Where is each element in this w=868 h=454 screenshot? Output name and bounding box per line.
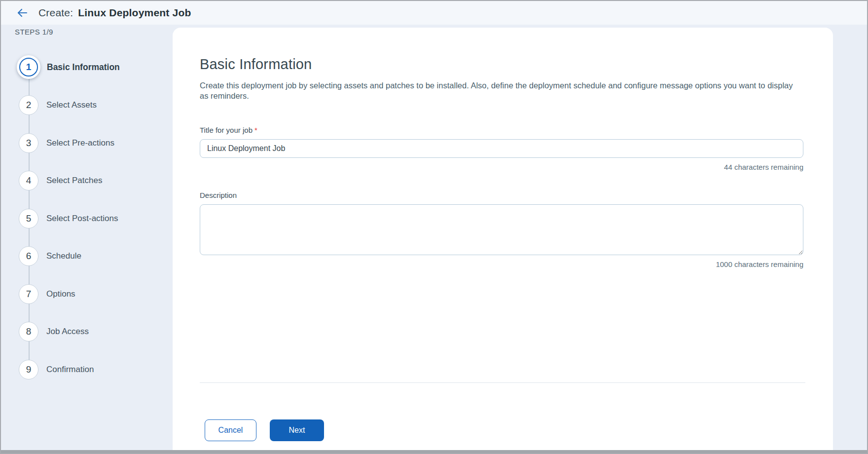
steps-progress-caption: STEPS 1/9 [15,28,53,36]
footer-divider [200,382,805,383]
step-number-badge: 5 [19,209,38,228]
job-title-input[interactable] [200,139,803,158]
active-step-halo: 1 [17,55,40,79]
sidebar-step-job-access[interactable]: 8 Job Access [19,322,89,341]
step-number-badge: 2 [19,95,38,115]
required-asterisk: * [254,126,257,134]
wizard-footer-actions: Cancel Next [200,419,803,441]
step-heading: Basic Information [200,56,803,73]
step-label: Select Post-actions [46,214,118,224]
job-title-text: Linux Deployment Job [78,7,191,18]
sidebar-step-basic-information[interactable]: 1 Basic Information [17,55,120,79]
step-number-badge: 8 [19,322,38,341]
description-field-label: Description [200,191,803,199]
description-characters-remaining: 1000 characters remaining [200,260,803,268]
sidebar-step-options[interactable]: 7 Options [19,284,75,304]
step-label: Confirmation [46,365,94,375]
step-number-badge: 1 [19,58,38,76]
step-number-badge: 9 [19,360,38,379]
sidebar-step-schedule[interactable]: 6 Schedule [19,246,81,266]
step-number-badge: 3 [19,133,38,153]
title-characters-remaining: 44 characters remaining [200,163,803,171]
sidebar-step-select-pre-actions[interactable]: 3 Select Pre-actions [19,133,114,153]
window-bottom-edge [1,450,867,453]
sidebar-step-select-patches[interactable]: 4 Select Patches [19,171,102,190]
back-arrow-icon[interactable] [16,6,29,19]
step-number-badge: 7 [19,284,38,304]
step-label: Basic Information [47,62,120,73]
title-field-label: Title for your job* [200,126,803,134]
step-label: Select Patches [46,176,102,186]
step-label: Options [46,289,75,299]
step-content-card: Basic Information Create this deployment… [173,28,833,452]
page-title-prefix: Create: [38,7,73,18]
job-description-textarea[interactable] [200,204,803,255]
sidebar-step-select-post-actions[interactable]: 5 Select Post-actions [19,209,118,228]
sidebar-step-select-assets[interactable]: 2 Select Assets [19,95,97,115]
page-title: Create:Linux Deployment Job [38,7,191,19]
cancel-button[interactable]: Cancel [205,419,256,441]
wizard-header: Create:Linux Deployment Job [1,1,867,25]
next-button[interactable]: Next [270,419,324,441]
step-label: Select Pre-actions [46,138,114,148]
sidebar-step-confirmation[interactable]: 9 Confirmation [19,360,94,379]
step-description-text: Create this deployment job by selecting … [200,80,803,101]
step-label: Schedule [46,251,81,261]
step-label: Job Access [46,327,89,337]
create-job-wizard-window: Create:Linux Deployment Job STEPS 1/9 1 … [0,0,868,454]
step-number-badge: 4 [19,171,38,190]
step-number-badge: 6 [19,246,38,266]
step-label: Select Assets [46,100,97,110]
